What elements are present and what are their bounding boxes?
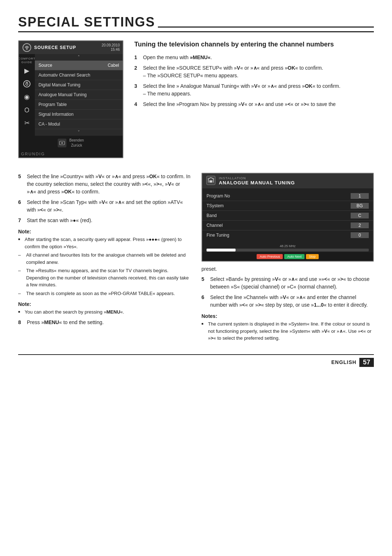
- amt-header: INSTALLATION ANALOGUE MANUAL TUNING: [202, 173, 373, 188]
- step-7-left: 7 Start the scan with »●« (red).: [18, 217, 191, 224]
- step-1: 1 Open the menu with »MENU«.: [134, 54, 374, 61]
- freq-bar-fill: [207, 249, 236, 252]
- amt-title-text: ANALOGUE MANUAL TUNING: [219, 180, 295, 185]
- amt-row-tsystem: TSystem BG: [202, 201, 373, 211]
- chevron-down: ˅: [35, 129, 123, 136]
- btn-stop[interactable]: Stop: [306, 254, 319, 259]
- right-column: Tuning the television channels by enteri…: [134, 40, 374, 165]
- amt-label-small: INSTALLATION: [219, 176, 295, 180]
- comfort-guide-label: COMFORTGUIDE: [18, 57, 35, 64]
- step-5-right: 5 Select »Band« by pressing »V« or »∧« a…: [201, 275, 374, 291]
- menu-item-source[interactable]: Source Cabel: [35, 61, 123, 70]
- steps-list-step8: 8 Press »MENU« to end the setting.: [18, 319, 191, 326]
- title-text: SPECIAL SETTINGS: [18, 15, 155, 30]
- menu-item-signal-info[interactable]: Signal Information: [35, 110, 123, 119]
- amt-footer-buttons: Auto Previous Auto Next Stop: [202, 252, 373, 261]
- note-dash-2: The »Results« menu appears, and the scan…: [18, 267, 191, 289]
- amt-row-band: Band C: [202, 211, 373, 221]
- steps-list-bottom-left: 5 Select the line »Country« with »V« or …: [18, 173, 191, 224]
- note-1-label: Note:: [18, 229, 191, 234]
- svg-point-2: [24, 81, 30, 87]
- section-heading: Tuning the television channels by enteri…: [134, 40, 374, 49]
- tv-sidebar: COMFORTGUIDE ▶ ◉: [19, 54, 35, 136]
- note-bullet-1: After starting the scan, a security quer…: [18, 236, 191, 250]
- sidebar-icon-tools: ✂: [20, 117, 34, 129]
- freq-bar-bg: [207, 249, 369, 252]
- step-3: 3 Select the line » Analogue Manual Tuni…: [134, 82, 374, 98]
- note-2-bullets: You can abort the search by pressing »ME…: [18, 308, 191, 316]
- bottom-right: INSTALLATION ANALOGUE MANUAL TUNING Prog…: [201, 173, 374, 343]
- notes-label-right: Notes:: [201, 313, 374, 319]
- amt-header-icon: [206, 175, 216, 187]
- chevron-up: ˄: [35, 54, 123, 61]
- bottom-layout: 5 Select the line »Country« with »V« or …: [18, 173, 374, 343]
- step-6-right: 6 Select the line »Channel« with »V« or …: [201, 294, 374, 309]
- freq-label: 48.25 MHz: [207, 244, 369, 248]
- btn-auto-next[interactable]: Auto Next: [284, 254, 305, 259]
- notes-bullet-right-1: The current system is displayed in the »…: [201, 320, 374, 342]
- tv-menu-header: SOURECE SETUP 20.09.2010 15:46: [19, 41, 123, 54]
- svg-point-5: [61, 142, 63, 144]
- preset-text: preset.: [201, 266, 374, 272]
- amt-freq-bar: 48.25 MHz: [202, 243, 373, 252]
- notes-bullets-right: The current system is displayed in the »…: [201, 320, 374, 342]
- tv-menu-time: 20.09.2010 15:46: [102, 43, 120, 52]
- menu-item-analogue-manual[interactable]: Analogue Manual Tuning: [35, 90, 123, 100]
- signal-icon: [22, 42, 32, 53]
- left-column: SOURECE SETUP 20.09.2010 15:46 COMFORTGU…: [18, 40, 123, 165]
- step-5-left: 5 Select the line »Country« with »V« or …: [18, 173, 191, 196]
- main-layout: SOURECE SETUP 20.09.2010 15:46 COMFORTGU…: [18, 40, 374, 165]
- tv-menu-header-left: SOURECE SETUP: [22, 42, 76, 53]
- tv-menu-footer: Beenden Zurück: [19, 136, 123, 150]
- sidebar-icon-play: ▶: [20, 65, 34, 77]
- tv-menu-title: SOURECE SETUP: [34, 45, 76, 50]
- bottom-left: 5 Select the line »Country« with »V« or …: [18, 173, 191, 343]
- note-2-label: Note:: [18, 301, 191, 307]
- steps-list-top: 1 Open the menu with »MENU«. 2 Select th…: [134, 54, 374, 108]
- language-label: ENGLISH: [331, 359, 356, 365]
- footer-text: Beenden Zurück: [69, 138, 84, 148]
- btn-auto-previous[interactable]: Auto Previous: [257, 254, 283, 259]
- menu-item-ca-modul[interactable]: CA - Modul: [35, 119, 123, 129]
- menu-item-auto-channel[interactable]: Automativ Channel Search: [35, 70, 123, 80]
- amt-row-program-no: Program No 1: [202, 191, 373, 201]
- svg-rect-7: [209, 180, 212, 183]
- tv-menu-items: ˄ Source Cabel Automativ Channel Search …: [35, 54, 123, 136]
- note-dash-1: All channel and favourites lists for the…: [18, 252, 191, 266]
- note-1-bullets: After starting the scan, a security quer…: [18, 236, 191, 297]
- svg-point-3: [26, 83, 28, 85]
- page-number: 57: [359, 358, 374, 367]
- amt-row-fine-tuning: Fine Tuning 0: [202, 230, 373, 240]
- step-8: 8 Press »MENU« to end the setting.: [18, 319, 191, 326]
- step-4: 4 Select the line »Program No« by pressi…: [134, 101, 374, 108]
- sidebar-icon-audio: [20, 104, 34, 116]
- page-title: SPECIAL SETTINGS: [18, 15, 374, 32]
- footer-icon: [58, 139, 66, 147]
- step-6-left: 6 Select the line »Scan Typ« with »V« or…: [18, 199, 191, 214]
- tv-menu-box: SOURECE SETUP 20.09.2010 15:46 COMFORTGU…: [18, 40, 123, 158]
- sidebar-icon-settings[interactable]: [20, 78, 34, 90]
- menu-item-digital-manual[interactable]: Digital Manual Tuning: [35, 80, 123, 90]
- page-bottom: ENGLISH 57: [18, 354, 374, 367]
- sidebar-icon-eye: ◉: [20, 91, 34, 103]
- steps-list-bottom-right: 5 Select »Band« by pressing »V« or »∧« a…: [201, 275, 374, 309]
- grundig-logo: GRUNDIG: [19, 150, 123, 158]
- amt-box: INSTALLATION ANALOGUE MANUAL TUNING Prog…: [201, 173, 374, 262]
- tv-menu-body: COMFORTGUIDE ▶ ◉: [19, 54, 123, 136]
- amt-title-block: INSTALLATION ANALOGUE MANUAL TUNING: [219, 176, 295, 185]
- step-2: 2 Select the line »SOURCE SETUP« with »V…: [134, 64, 374, 79]
- amt-row-channel: Channel 2: [202, 221, 373, 230]
- amt-rows: Program No 1 TSystem BG Band C Channel 2…: [202, 188, 373, 243]
- note-dash-3: The search is complete as soon as the »P…: [18, 290, 191, 297]
- menu-item-program-table[interactable]: Program Table: [35, 100, 123, 110]
- note-2-bullet-1: You can abort the search by pressing »ME…: [18, 308, 191, 316]
- svg-point-1: [26, 48, 28, 50]
